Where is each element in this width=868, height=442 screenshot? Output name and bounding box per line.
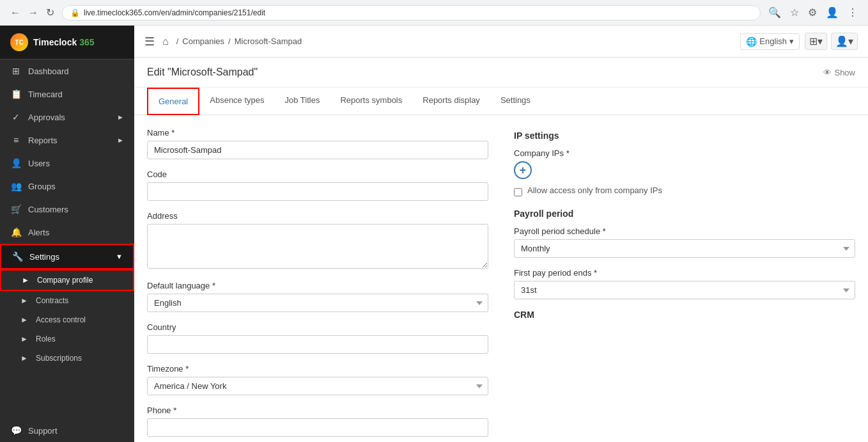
first-pay-select[interactable]: 1st 7th 14th 15th 28th 30th 31st bbox=[514, 281, 855, 299]
sidebar-label-users: Users bbox=[28, 159, 50, 168]
field-country: Country bbox=[147, 322, 488, 354]
sidebar-item-support[interactable]: 💬 Support bbox=[0, 419, 134, 442]
field-timezone: Timezone * America / New York America / … bbox=[147, 364, 488, 395]
tabs-bar: General Absence types Job Titles Reports… bbox=[134, 88, 868, 115]
allow-company-ips-label[interactable]: Allow access only from company IPs bbox=[527, 185, 662, 195]
sidebar-item-dashboard[interactable]: ⊞ Dashboard bbox=[0, 59, 134, 83]
sidebar-label-dashboard: Dashboard bbox=[28, 67, 69, 76]
home-icon[interactable]: ⌂ bbox=[162, 36, 169, 47]
language-button[interactable]: 🌐 English ▾ bbox=[740, 33, 800, 50]
phone-input[interactable] bbox=[147, 418, 488, 437]
timecard-icon: 📋 bbox=[10, 89, 22, 99]
eye-icon: 👁 bbox=[823, 68, 832, 77]
sidebar-item-customers[interactable]: 🛒 Customers bbox=[0, 198, 134, 221]
crm-section: CRM bbox=[514, 310, 855, 320]
reports-arrow: ► bbox=[117, 136, 124, 144]
sidebar-item-groups[interactable]: 👥 Groups bbox=[0, 175, 134, 198]
payroll-section: Payroll period Payroll period schedule *… bbox=[514, 209, 855, 299]
name-input[interactable] bbox=[147, 141, 488, 159]
address-bar[interactable]: 🔒 live.timeclock365.com/en/admin/compani… bbox=[62, 5, 761, 20]
show-label: Show bbox=[834, 68, 855, 77]
sidebar-label-settings: Settings bbox=[29, 252, 59, 262]
field-phone: Phone * bbox=[147, 406, 488, 437]
allow-company-ips-row: Allow access only from company IPs bbox=[514, 185, 855, 198]
menu-icon[interactable]: ⋮ bbox=[845, 5, 860, 20]
settings-icon: 🔧 bbox=[12, 251, 23, 262]
add-ip-icon: + bbox=[520, 164, 527, 177]
tab-job-titles[interactable]: Job Titles bbox=[275, 88, 330, 115]
field-code: Code bbox=[147, 170, 488, 201]
star-icon[interactable]: ☆ bbox=[787, 5, 802, 20]
top-nav-right: 🌐 English ▾ ⊞▾ 👤▾ bbox=[740, 33, 858, 50]
sidebar-item-reports[interactable]: ≡ Reports ► bbox=[0, 129, 134, 152]
address-input[interactable] bbox=[147, 224, 488, 269]
customers-icon: 🛒 bbox=[10, 204, 22, 214]
sidebar-item-settings[interactable]: 🔧 Settings ▼ bbox=[0, 244, 134, 269]
sidebar-item-approvals[interactable]: ✓ Approvals ► bbox=[0, 106, 134, 129]
field-country-label: Country bbox=[147, 322, 488, 332]
hamburger-icon[interactable]: ☰ bbox=[144, 35, 155, 49]
field-code-label: Code bbox=[147, 170, 488, 179]
field-phone-label: Phone * bbox=[147, 406, 488, 415]
sidebar-label-timecard: Timecard bbox=[28, 90, 63, 99]
top-nav-icons: ⊞▾ 👤▾ bbox=[805, 33, 858, 50]
access-control-arrow: ► bbox=[20, 315, 29, 324]
payroll-schedule-label: Payroll period schedule * bbox=[514, 226, 855, 236]
sidebar-label-support: Support bbox=[28, 426, 58, 436]
sidebar-sublabel-contracts: Contracts bbox=[36, 296, 68, 305]
forward-button[interactable]: → bbox=[26, 4, 41, 21]
content-header: Edit "Microsoft-Sampad" 👁 Show bbox=[134, 58, 868, 88]
url-text: live.timeclock365.com/en/admin/companies… bbox=[84, 8, 265, 17]
profile-icon[interactable]: 👤 bbox=[823, 5, 841, 20]
default-language-select[interactable]: English Spanish French German bbox=[147, 294, 488, 312]
ip-settings-section: IP settings Company IPs * + Allow access… bbox=[514, 130, 855, 198]
allow-company-ips-checkbox[interactable] bbox=[514, 188, 522, 196]
tab-absence-types[interactable]: Absence types bbox=[199, 88, 274, 115]
sidebar-subitem-access-control[interactable]: ► Access control bbox=[0, 310, 134, 329]
reports-icon: ≡ bbox=[10, 135, 22, 145]
tab-settings[interactable]: Settings bbox=[490, 88, 541, 115]
sidebar-label-reports: Reports bbox=[28, 136, 58, 145]
language-arrow: ▾ bbox=[789, 36, 794, 46]
ip-settings-title: IP settings bbox=[514, 130, 855, 141]
extensions-icon[interactable]: ⚙ bbox=[805, 5, 819, 20]
roles-arrow: ► bbox=[20, 335, 29, 343]
breadcrumb-sep1: / bbox=[176, 36, 179, 46]
field-address-label: Address bbox=[147, 211, 488, 221]
dashboard-icon: ⊞ bbox=[10, 66, 22, 76]
grid-icon[interactable]: ⊞▾ bbox=[805, 33, 827, 50]
sidebar-subitem-contracts[interactable]: ► Contracts bbox=[0, 291, 134, 310]
sidebar-sublabel-subscriptions: Subscriptions bbox=[36, 354, 82, 363]
back-button[interactable]: ← bbox=[8, 4, 23, 21]
sidebar-item-timecard[interactable]: 📋 Timecard bbox=[0, 83, 134, 106]
tab-reports-symbols[interactable]: Reports symbols bbox=[330, 88, 412, 115]
show-button[interactable]: 👁 Show bbox=[823, 68, 855, 77]
breadcrumb-current: Microsoft-Sampad bbox=[235, 36, 302, 46]
payroll-schedule-select[interactable]: Monthly Weekly Bi-weekly bbox=[514, 239, 855, 258]
company-profile-arrow: ► bbox=[22, 276, 31, 285]
language-label: English bbox=[759, 36, 787, 46]
sidebar-sublabel-roles: Roles bbox=[36, 335, 56, 343]
sidebar-subitem-company-profile[interactable]: ► Company profile bbox=[0, 269, 134, 291]
sidebar-subitem-roles[interactable]: ► Roles bbox=[0, 329, 134, 349]
sidebar-subitem-subscriptions[interactable]: ► Subscriptions bbox=[0, 349, 134, 368]
field-first-pay: First pay period ends * 1st 7th 14th 15t… bbox=[514, 268, 855, 299]
first-pay-label: First pay period ends * bbox=[514, 268, 855, 278]
timezone-select[interactable]: America / New York America / Los Angeles… bbox=[147, 377, 488, 395]
add-ip-button[interactable]: + bbox=[514, 161, 532, 179]
sidebar-item-users[interactable]: 👤 Users bbox=[0, 152, 134, 175]
globe-icon: 🌐 bbox=[746, 36, 757, 47]
logo-icon: TC bbox=[10, 33, 28, 51]
zoom-icon[interactable]: 🔍 bbox=[766, 5, 784, 20]
field-address: Address bbox=[147, 211, 488, 271]
breadcrumb-companies[interactable]: Companies bbox=[182, 36, 224, 46]
sidebar-sublabel-company-profile: Company profile bbox=[37, 276, 93, 285]
sidebar-item-alerts[interactable]: 🔔 Alerts bbox=[0, 221, 134, 244]
user-menu-icon[interactable]: 👤▾ bbox=[831, 33, 858, 50]
tab-general[interactable]: General bbox=[147, 88, 199, 115]
code-input[interactable] bbox=[147, 182, 488, 201]
tab-reports-display[interactable]: Reports display bbox=[412, 88, 490, 115]
reload-button[interactable]: ↻ bbox=[43, 4, 57, 21]
page-title: Edit "Microsoft-Sampad" bbox=[147, 67, 258, 78]
country-input[interactable] bbox=[147, 335, 488, 354]
